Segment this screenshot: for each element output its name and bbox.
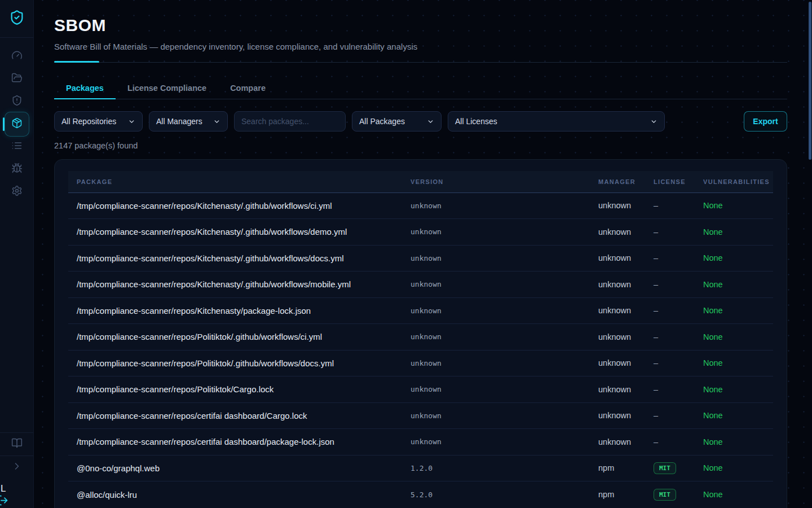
package-cell: @0no-co/graphql.web — [68, 455, 411, 481]
manager-cell: unknown — [598, 376, 654, 403]
license-cell: – — [654, 219, 703, 246]
manager-cell: unknown — [598, 324, 654, 351]
vertical-scrollbar[interactable] — [809, 2, 811, 160]
vulnerabilities-cell: None — [703, 324, 773, 351]
packages-table: PACKAGE VERSION MANAGER LICENSE VULNERAB… — [68, 171, 773, 507]
licenses-select-value: All Licenses — [455, 117, 497, 126]
sidebar-item-security[interactable] — [5, 90, 29, 113]
sidebar — [0, 0, 34, 508]
license-cell: – — [654, 271, 703, 298]
table-row[interactable]: /tmp/compliance-scanner/repos/Politiktok… — [68, 376, 773, 403]
folder-icon — [11, 72, 23, 86]
list-icon — [11, 140, 23, 154]
page-subtitle: Software Bill of Materials — dependency … — [54, 42, 787, 51]
sidebar-item-dashboard[interactable] — [5, 45, 29, 68]
manager-cell: unknown — [598, 245, 654, 271]
manager-cell: unknown — [598, 271, 654, 298]
sidebar-item-docs[interactable] — [0, 433, 33, 456]
package-cell: /tmp/compliance-scanner/repos/certifai d… — [68, 402, 411, 429]
version-cell: unknown — [411, 192, 598, 219]
app-logo[interactable] — [0, 0, 33, 38]
package-cell: /tmp/compliance-scanner/repos/certifai d… — [68, 429, 411, 456]
license-cell: – — [654, 297, 703, 324]
table-header-row: PACKAGE VERSION MANAGER LICENSE VULNERAB… — [68, 171, 773, 192]
vulnerabilities-cell: None — [703, 297, 773, 324]
logout-icon[interactable] — [0, 494, 8, 508]
shield-alert-icon — [11, 95, 23, 108]
package-cell: /tmp/compliance-scanner/repos/Kitchenast… — [68, 271, 411, 298]
version-cell: unknown — [411, 245, 598, 271]
manager-cell: unknown — [598, 402, 654, 429]
table-row[interactable]: /tmp/compliance-scanner/repos/certifai d… — [68, 429, 773, 456]
chevron-down-icon — [213, 118, 220, 125]
table-body: /tmp/compliance-scanner/repos/Kitchenast… — [68, 192, 773, 507]
packages-select[interactable]: All Packages — [352, 111, 442, 132]
tab-bar: Packages License Compliance Compare — [54, 77, 787, 99]
sidebar-item-settings[interactable] — [5, 181, 29, 203]
column-header-version: VERSION — [411, 171, 598, 192]
manager-cell: unknown — [598, 192, 654, 219]
vulnerabilities-cell: None — [703, 402, 773, 429]
license-badge: MIT — [654, 462, 676, 474]
manager-cell: npm — [598, 481, 654, 508]
version-cell: unknown — [411, 376, 598, 403]
table-row[interactable]: /tmp/compliance-scanner/repos/Kitchenast… — [68, 245, 773, 271]
manager-cell: unknown — [598, 350, 654, 376]
tab-license-compliance[interactable]: License Compliance — [116, 77, 218, 99]
license-cell: – — [654, 376, 703, 403]
shield-check-icon — [9, 10, 25, 28]
table-row[interactable]: /tmp/compliance-scanner/repos/Kitchenast… — [68, 271, 773, 298]
sidebar-item-inventory[interactable] — [5, 135, 29, 158]
manager-cell: unknown — [598, 429, 654, 456]
package-cell: /tmp/compliance-scanner/repos/Kitchenast… — [68, 219, 411, 246]
gear-icon — [11, 185, 23, 199]
sidebar-item-repositories[interactable] — [5, 68, 29, 90]
managers-select-value: All Managers — [156, 117, 202, 126]
repositories-select[interactable]: All Repositories — [54, 111, 143, 132]
license-cell: – — [654, 324, 703, 351]
search-input[interactable] — [234, 111, 346, 132]
license-cell: MIT — [654, 455, 703, 481]
tab-compare[interactable]: Compare — [218, 77, 277, 99]
table-row[interactable]: @0no-co/graphql.web 1.2.0 npm MIT None — [68, 455, 773, 481]
gauge-icon — [11, 50, 23, 63]
chevron-down-icon — [650, 118, 657, 125]
version-cell: unknown — [411, 429, 598, 456]
sidebar-collapse-button[interactable] — [0, 456, 33, 479]
version-cell: unknown — [411, 402, 598, 429]
table-row[interactable]: /tmp/compliance-scanner/repos/Kitchenast… — [68, 192, 773, 219]
vulnerabilities-cell: None — [703, 429, 773, 456]
package-cell: /tmp/compliance-scanner/repos/Kitchenast… — [68, 245, 411, 271]
results-count: 2147 package(s) found — [54, 141, 787, 150]
table-row[interactable]: @alloc/quick-lru 5.2.0 npm MIT None — [68, 481, 773, 508]
vulnerabilities-cell: None — [703, 455, 773, 481]
bug-icon — [11, 163, 23, 176]
vulnerabilities-cell: None — [703, 376, 773, 403]
chevron-right-icon — [11, 461, 23, 474]
version-cell: unknown — [411, 219, 598, 246]
table-row[interactable]: /tmp/compliance-scanner/repos/Kitchenast… — [68, 297, 773, 324]
table-row[interactable]: /tmp/compliance-scanner/repos/Kitchenast… — [68, 219, 773, 246]
version-cell: 1.2.0 — [411, 455, 598, 481]
package-cell: /tmp/compliance-scanner/repos/Kitchenast… — [68, 192, 411, 219]
packages-select-value: All Packages — [359, 117, 405, 126]
manager-cell: npm — [598, 455, 654, 481]
table-row[interactable]: /tmp/compliance-scanner/repos/Politiktok… — [68, 350, 773, 376]
version-cell: unknown — [411, 297, 598, 324]
table-row[interactable]: /tmp/compliance-scanner/repos/certifai d… — [68, 402, 773, 429]
main-content: SBOM Software Bill of Materials — depend… — [34, 0, 812, 508]
managers-select[interactable]: All Managers — [149, 111, 228, 132]
table-row[interactable]: /tmp/compliance-scanner/repos/Politiktok… — [68, 324, 773, 351]
version-cell: unknown — [411, 350, 598, 376]
manager-cell: unknown — [598, 219, 654, 246]
column-header-manager: MANAGER — [598, 171, 654, 192]
chevron-down-icon — [128, 118, 135, 125]
sidebar-item-sbom[interactable] — [5, 112, 29, 137]
export-button[interactable]: Export — [744, 111, 787, 132]
column-header-package: PACKAGE — [68, 171, 411, 192]
version-cell: 5.2.0 — [411, 481, 598, 508]
vulnerabilities-cell: None — [703, 271, 773, 298]
sidebar-item-issues[interactable] — [5, 158, 29, 181]
licenses-select[interactable]: All Licenses — [448, 111, 665, 132]
tab-packages[interactable]: Packages — [54, 77, 116, 99]
